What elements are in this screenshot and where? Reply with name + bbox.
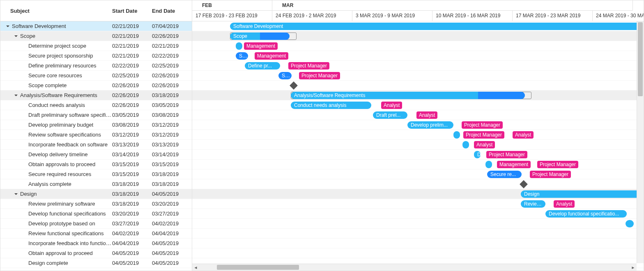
month-header: FEB bbox=[192, 0, 272, 11]
gantt-bar[interactable]: Review ... bbox=[521, 200, 545, 208]
end-date-cell: 03/15/2019 bbox=[152, 161, 192, 167]
subject-text: Obtain approval to proceed bbox=[28, 250, 93, 256]
gantt-bar[interactable]: Define pr... bbox=[245, 62, 280, 69]
table-row[interactable]: Determine project scope02/21/201902/21/2… bbox=[0, 41, 192, 51]
gantt-bar[interactable]: Secure re... bbox=[487, 171, 522, 178]
gantt-bar[interactable] bbox=[453, 131, 460, 139]
header-start-date[interactable]: Start Date bbox=[112, 8, 152, 14]
header-subject[interactable]: Subject bbox=[0, 8, 112, 14]
end-date-cell: 03/13/2019 bbox=[152, 141, 192, 148]
start-date-cell: 02/21/2019 bbox=[112, 23, 152, 29]
timeline-row: Conduct needs analysisAnalyst bbox=[192, 100, 644, 110]
end-date-cell: 02/26/2019 bbox=[152, 82, 192, 88]
gantt-bar[interactable]: Develop prelim... bbox=[407, 121, 453, 129]
table-row[interactable]: Analysis complete03/18/201903/18/2019 bbox=[0, 179, 192, 189]
gantt-bar[interactable] bbox=[462, 141, 469, 148]
scroll-right-icon[interactable]: ► bbox=[630, 264, 637, 271]
expand-caret-icon[interactable] bbox=[14, 192, 18, 197]
table-row[interactable]: Develop preliminary budget03/08/201903/1… bbox=[0, 120, 192, 130]
subject-text: Software Development bbox=[12, 23, 66, 29]
milestone-icon[interactable] bbox=[520, 180, 528, 188]
gantt-bar[interactable] bbox=[626, 220, 634, 227]
table-row[interactable]: Software Development02/21/201907/04/2019 bbox=[0, 21, 192, 31]
table-row[interactable]: Design complete04/05/201904/05/2019 bbox=[0, 258, 192, 268]
table-row[interactable]: Develop delivery timeline03/14/201903/14… bbox=[0, 150, 192, 160]
gantt-bar[interactable]: D bbox=[474, 151, 481, 158]
subject-text: Determine project scope bbox=[28, 43, 86, 49]
table-row[interactable]: Secure project sponsorship02/21/201902/2… bbox=[0, 51, 192, 61]
end-date-cell: 03/18/2019 bbox=[152, 171, 192, 177]
table-row[interactable]: Analysis/Software Requirements02/26/2019… bbox=[0, 90, 192, 100]
gantt-bar[interactable] bbox=[485, 161, 492, 168]
timeline-row: Design bbox=[192, 189, 644, 199]
timeline-header: FEBMAR 17 FEB 2019 - 23 FEB 201924 FEB 2… bbox=[192, 0, 644, 21]
end-date-cell: 03/08/2019 bbox=[152, 112, 192, 118]
gantt-bar[interactable]: Software Development bbox=[230, 23, 641, 30]
milestone-icon[interactable] bbox=[290, 81, 298, 90]
gantt-bar[interactable] bbox=[236, 42, 242, 50]
start-date-cell: 03/27/2019 bbox=[112, 220, 152, 227]
resource-label: Management bbox=[244, 42, 278, 50]
end-date-cell: 04/05/2019 bbox=[152, 240, 192, 246]
header-end-date[interactable]: End Date bbox=[152, 8, 192, 14]
subject-text: Secure project sponsorship bbox=[28, 53, 93, 59]
week-header: 3 MAR 2019 - 9 MAR 2019 bbox=[352, 11, 432, 21]
end-date-cell: 04/05/2019 bbox=[152, 191, 192, 197]
table-row[interactable]: Review preliminary software03/18/201903/… bbox=[0, 199, 192, 209]
expand-caret-icon[interactable] bbox=[5, 24, 10, 29]
vertical-scrollbar[interactable] bbox=[637, 21, 644, 263]
table-row[interactable]: Obtain approval to proceed04/05/201904/0… bbox=[0, 248, 192, 258]
start-date-cell: 04/05/2019 bbox=[112, 250, 152, 256]
resource-label: Project Manager bbox=[288, 62, 329, 69]
gantt-bar[interactable]: Se... bbox=[236, 52, 248, 60]
table-row[interactable]: Incorporate feedback into functional04/0… bbox=[0, 239, 192, 248]
timeline-row: Review ...Analyst bbox=[192, 199, 644, 209]
resource-label: Analyst bbox=[554, 200, 575, 208]
expand-caret-icon[interactable] bbox=[14, 93, 18, 98]
table-row[interactable]: Develop functional specifications03/20/2… bbox=[0, 209, 192, 219]
table-row[interactable]: Incorporate feedback on software03/13/20… bbox=[0, 140, 192, 150]
subject-text: Conduct needs analysis bbox=[28, 102, 85, 108]
resource-label: Project Manager bbox=[486, 151, 527, 158]
table-row[interactable]: Review software specifications03/12/2019… bbox=[0, 130, 192, 140]
end-date-cell: 03/12/2019 bbox=[152, 132, 192, 138]
timeline-row: Define pr...Project Manager bbox=[192, 61, 644, 71]
timeline-row: DProject Manager bbox=[192, 150, 644, 160]
subject-text: Review preliminary software bbox=[28, 201, 95, 207]
timeline-row bbox=[192, 179, 644, 189]
start-date-cell: 03/13/2019 bbox=[112, 141, 152, 148]
subject-text: Review software specifications bbox=[28, 132, 101, 138]
timeline-row: Project ManagerAnalyst bbox=[192, 130, 644, 140]
table-row[interactable]: Secure core resources02/25/201902/26/201… bbox=[0, 71, 192, 81]
timeline-row bbox=[192, 239, 644, 248]
table-row[interactable]: Develop prototype based on03/27/201904/0… bbox=[0, 219, 192, 229]
table-row[interactable]: Scope02/21/201902/26/2019 bbox=[0, 31, 192, 41]
expand-caret-icon[interactable] bbox=[14, 34, 18, 39]
table-row[interactable]: Scope complete02/26/201902/26/2019 bbox=[0, 81, 192, 90]
table-row[interactable]: Obtain approvals to proceed03/15/201903/… bbox=[0, 160, 192, 169]
gantt-bar[interactable]: Draft prel... bbox=[373, 111, 407, 119]
gantt-bar[interactable]: Conduct needs analysis bbox=[291, 102, 371, 109]
table-row[interactable]: Review functional specifications04/02/20… bbox=[0, 229, 192, 239]
resource-label: Project Manager bbox=[530, 171, 571, 178]
horizontal-scrollbar-thumb[interactable] bbox=[217, 265, 299, 270]
timeline-body[interactable]: Software DevelopmentScopeManagementSe...… bbox=[192, 21, 644, 271]
table-row[interactable]: Design03/18/201904/05/2019 bbox=[0, 189, 192, 199]
month-row: FEBMAR bbox=[192, 0, 644, 11]
gantt-bar[interactable]: Develop functional specificatio... bbox=[545, 210, 627, 218]
gantt-bar[interactable]: Scope bbox=[230, 32, 290, 40]
table-row[interactable]: Secure required resources03/15/201903/18… bbox=[0, 169, 192, 179]
start-date-cell: 03/18/2019 bbox=[112, 191, 152, 197]
table-row[interactable]: Draft preliminary software specification… bbox=[0, 110, 192, 120]
gantt-bar[interactable]: Se... bbox=[278, 72, 292, 79]
horizontal-scrollbar[interactable]: ◄ ► bbox=[192, 264, 637, 271]
gantt-bar[interactable]: Analysis/Software Requirements bbox=[291, 92, 525, 99]
table-row[interactable]: Define preliminary resources02/22/201902… bbox=[0, 61, 192, 71]
gantt-bar[interactable]: Design bbox=[521, 190, 640, 198]
vertical-scrollbar-thumb[interactable] bbox=[638, 22, 643, 96]
timeline-row: Scope bbox=[192, 31, 644, 41]
scroll-left-icon[interactable]: ◄ bbox=[192, 264, 199, 271]
table-row[interactable]: Conduct needs analysis02/26/201903/05/20… bbox=[0, 100, 192, 110]
timeline-row: Secure re...Project Manager bbox=[192, 169, 644, 179]
subject-text: Define preliminary resources bbox=[28, 63, 96, 69]
